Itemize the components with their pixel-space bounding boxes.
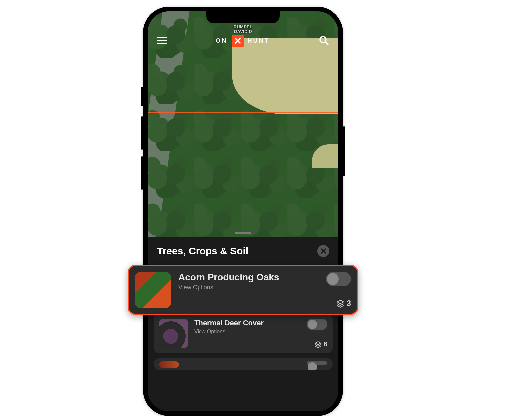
layer-card-highlighted[interactable]: Acorn Producing Oaks View Options 3 [128,265,358,315]
phone-frame: RUMPEL DAVID D ON HUNT Trees, Crops & So… [143,7,343,416]
layer-card-partial[interactable] [154,358,332,370]
side-button [343,126,345,176]
search-icon[interactable] [319,35,329,46]
layer-body [185,361,301,365]
side-button [141,87,143,106]
layer-count-value: 6 [324,340,327,348]
brand-x-icon [232,35,244,47]
layer-right [307,361,327,365]
layer-thumb [159,361,179,368]
layer-right: 3 [326,272,351,308]
owner-line1: RUMPEL [234,25,253,29]
layer-toggle[interactable] [326,272,351,286]
screen: RUMPEL DAVID D ON HUNT Trees, Crops & So… [148,11,338,411]
menu-icon[interactable] [157,37,167,44]
panel-title: Trees, Crops & Soil [157,245,248,257]
layer-body: Acorn Producing Oaks View Options [178,272,319,308]
brand-right: HUNT [248,37,270,44]
layers-icon [336,299,345,308]
app-logo: ON HUNT [216,35,270,47]
layer-toggle[interactable] [307,319,327,330]
notch [206,11,280,23]
layer-thumb [135,272,171,308]
layer-toggle[interactable] [307,361,327,365]
layer-title: Acorn Producing Oaks [178,272,319,283]
layer-count: 6 [314,340,327,348]
layer-body: Thermal Deer Cover View Options [194,319,301,348]
side-button [141,116,143,150]
layer-count-value: 3 [347,299,351,308]
brand-left: ON [216,37,228,44]
parcel-line [148,112,338,113]
side-button [141,156,143,190]
layer-thumb [159,319,188,348]
panel-header: Trees, Crops & Soil [148,237,338,263]
layer-count: 3 [336,299,351,308]
layer-card-thermal[interactable]: Thermal Deer Cover View Options 6 [154,313,332,353]
app-header: ON HUNT [148,31,338,50]
close-icon[interactable] [317,245,329,257]
layer-title: Thermal Deer Cover [194,319,301,327]
layers-icon [314,341,322,348]
layer-subtitle[interactable]: View Options [178,284,319,291]
drag-handle[interactable] [235,232,251,234]
layers-panel: Trees, Crops & Soil Thermal Deer Cover V… [148,237,338,411]
layer-subtitle[interactable]: View Options [194,329,301,335]
layer-right: 6 [307,319,327,348]
svg-line-1 [325,42,328,45]
